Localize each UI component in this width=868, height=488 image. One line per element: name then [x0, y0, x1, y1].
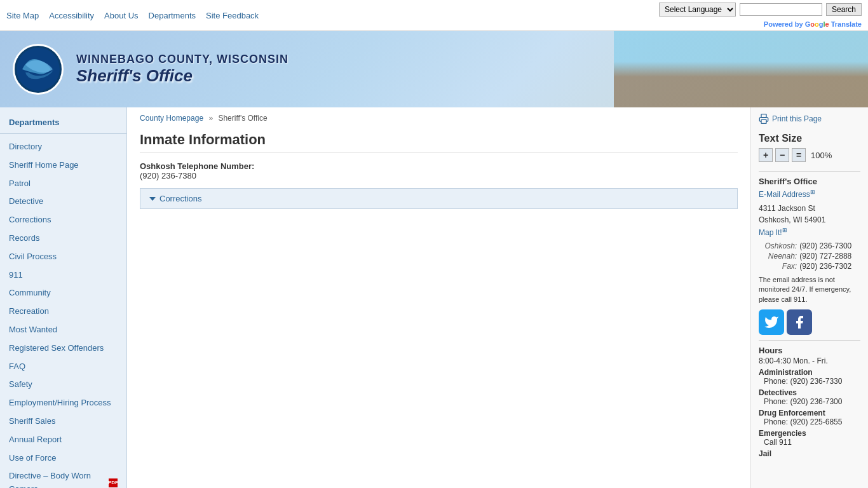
map-label: Map It!	[759, 228, 782, 237]
drug-enforcement-phone: Phone: (920) 225-6855	[764, 417, 860, 426]
sitefeedback-link[interactable]: Site Feedback	[206, 11, 259, 20]
map-external-icon: ⊞	[782, 227, 787, 233]
twitter-link[interactable]	[759, 309, 784, 335]
emergencies-phone: Call 911	[764, 438, 860, 447]
detectives-phone-label: Phone:	[764, 397, 788, 406]
sidebar-item-sex-offenders[interactable]: Registered Sex Offenders	[0, 339, 126, 358]
sidebar-item-directory[interactable]: Directory	[0, 138, 126, 156]
search-input[interactable]	[740, 3, 822, 16]
text-size-section: Text Size + − = 100%	[759, 133, 860, 162]
detectives-phone: Phone: (920) 236-7300	[764, 397, 860, 406]
admin-phone-number: (920) 236-7330	[790, 377, 842, 386]
county-name: WINNEBAGO COUNTY, WISCONSIN	[76, 53, 288, 66]
social-buttons	[759, 309, 860, 335]
phone-number: (920) 236-7380	[140, 171, 738, 180]
corrections-header[interactable]: Corrections	[140, 189, 737, 208]
corrections-accordion: Corrections	[140, 188, 738, 209]
sidebar-item-faq[interactable]: FAQ	[0, 358, 126, 376]
sidebar-item-patrol[interactable]: Patrol	[0, 175, 126, 193]
divider-1	[759, 171, 860, 172]
twitter-icon	[764, 315, 779, 330]
sidebar-item-use-of-force[interactable]: Use of Force	[0, 449, 126, 468]
email-notice: The email address is not monitored 24/7.…	[759, 275, 860, 304]
admin-phone-label: Phone:	[764, 377, 788, 386]
sidebar-item-records[interactable]: Records	[0, 229, 126, 248]
emergencies-phone-number: Call 911	[764, 438, 792, 447]
email-link[interactable]: E-Mail Address⊞	[759, 190, 815, 199]
logo-svg	[16, 47, 60, 92]
breadcrumb-separator: »	[208, 114, 213, 123]
sidebar-item-sheriff-sales[interactable]: Sheriff Sales	[0, 412, 126, 431]
body-worn-camera-label: Directive – Body Worn Camera	[9, 470, 106, 488]
powered-by-text: Powered by	[764, 20, 803, 28]
breadcrumb-home[interactable]: County Homepage	[140, 114, 203, 123]
sidebar-item-community[interactable]: Community	[0, 284, 126, 302]
sidebar-item-annual-report[interactable]: Annual Report	[0, 431, 126, 449]
text-size-increase-button[interactable]: +	[759, 148, 773, 162]
top-navigation: Site Map Accessibility About Us Departme…	[6, 11, 259, 20]
top-bar: Site Map Accessibility About Us Departme…	[0, 0, 868, 31]
sidebar-item-recreation[interactable]: Recreation	[0, 302, 126, 321]
sidebar-item-detective[interactable]: Detective	[0, 193, 126, 211]
facebook-link[interactable]	[787, 309, 812, 335]
language-select[interactable]: Select Language	[659, 3, 736, 17]
breadcrumb-current: Sheriff's Office	[218, 114, 267, 123]
corrections-label: Corrections	[159, 194, 201, 203]
jail-dept-name: Jail	[759, 449, 860, 458]
table-row: Oshkosh: (920) 236-7300	[759, 241, 860, 251]
neenah-label: Neenah:	[759, 251, 798, 261]
content-area: County Homepage » Sheriff's Office Inmat…	[127, 107, 750, 488]
right-sidebar: Print this Page Text Size + − = 100% She…	[750, 107, 868, 488]
detectives-dept-name: Detectives	[759, 388, 860, 397]
hours-section: Hours 8:00-4:30 Mon. - Fri. Administrati…	[759, 346, 860, 458]
sidebar-item-safety[interactable]: Safety	[0, 376, 126, 394]
sidebar-item-corrections[interactable]: Corrections	[0, 211, 126, 229]
sidebar-item-sheriff-home[interactable]: Sheriff Home Page	[0, 156, 126, 175]
aboutus-link[interactable]: About Us	[104, 11, 138, 20]
oshkosh-phone: (920) 236-7300	[798, 241, 860, 251]
divider-2	[759, 340, 860, 341]
main-wrapper: Departments Directory Sheriff Home Page …	[0, 107, 868, 488]
admin-phone: Phone: (920) 236-7330	[764, 377, 860, 386]
breadcrumb: County Homepage » Sheriff's Office	[140, 114, 738, 123]
office-address: 4311 Jackson St Oshkosh, WI 54901	[759, 203, 860, 226]
search-row: Select Language Search	[659, 3, 862, 17]
sitemap-link[interactable]: Site Map	[6, 11, 39, 20]
print-link[interactable]: Print this Page	[759, 114, 860, 124]
departments-link[interactable]: Departments	[149, 11, 196, 20]
accessibility-link[interactable]: Accessibility	[49, 11, 94, 20]
search-button[interactable]: Search	[826, 3, 862, 16]
text-size-reset-button[interactable]: =	[792, 148, 806, 162]
translate-bar: Powered by Google Translate	[764, 20, 862, 28]
header-banner: WINNEBAGO COUNTY, WISCONSIN Sheriff's Of…	[0, 31, 868, 107]
text-size-decrease-button[interactable]: −	[775, 148, 789, 162]
sidebar-item-most-wanted[interactable]: Most Wanted	[0, 321, 126, 339]
sidebar-item-911[interactable]: 911	[0, 266, 126, 285]
office-section: Sheriff's Office E-Mail Address⊞ 4311 Ja…	[759, 177, 860, 335]
office-title: Sheriff's Office	[759, 177, 860, 186]
sidebar-departments-header[interactable]: Departments	[0, 114, 126, 131]
building-image	[614, 31, 868, 107]
hours-text: 8:00-4:30 Mon. - Fri.	[759, 356, 860, 365]
text-size-title: Text Size	[759, 133, 860, 144]
hours-title: Hours	[759, 346, 860, 355]
text-size-percent: 100%	[811, 151, 832, 160]
header-text: WINNEBAGO COUNTY, WISCONSIN Sheriff's Of…	[76, 53, 288, 86]
address-line1: 4311 Jackson St	[759, 204, 815, 213]
map-link[interactable]: Map It!⊞	[759, 228, 787, 237]
detectives-phone-number: (920) 236-7300	[790, 397, 842, 406]
google-text: Google	[805, 20, 829, 28]
sidebar-item-civil-process[interactable]: Civil Process	[0, 248, 126, 266]
text-size-controls: + − = 100%	[759, 148, 860, 162]
admin-dept-name: Administration	[759, 368, 860, 377]
sidebar-item-body-worn-camera[interactable]: Directive – Body Worn Camera PDF	[0, 467, 126, 488]
translate-text: Translate	[831, 20, 862, 28]
office-name: Sheriff's Office	[76, 66, 288, 86]
facebook-icon	[792, 315, 807, 330]
svg-rect-2	[761, 119, 766, 123]
drug-phone-number: (920) 225-6855	[790, 417, 842, 426]
sidebar-item-employment[interactable]: Employment/Hiring Process	[0, 394, 126, 412]
neenah-phone: (920) 727-2888	[798, 251, 860, 261]
fax-phone: (920) 236-7302	[798, 261, 860, 271]
svg-rect-1	[761, 114, 766, 118]
